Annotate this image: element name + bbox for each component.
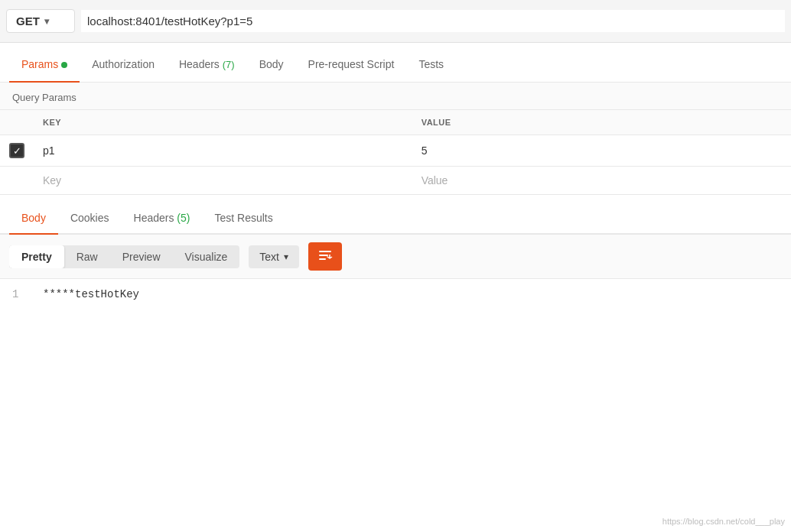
tab-prerequest-label: Pre-request Script bbox=[308, 58, 395, 70]
raw-button[interactable]: Raw bbox=[64, 245, 110, 268]
svg-rect-1 bbox=[319, 255, 328, 256]
table-row-empty: Key Value bbox=[0, 167, 791, 195]
method-chevron-icon: ▾ bbox=[44, 16, 49, 27]
tab-tests-label: Tests bbox=[418, 58, 444, 70]
svg-rect-2 bbox=[319, 258, 326, 260]
response-tab-body[interactable]: Body bbox=[9, 203, 58, 235]
response-tab-cookies-label: Cookies bbox=[70, 212, 109, 224]
watermark: https://blog.csdn.net/cold___play bbox=[662, 517, 785, 526]
col-header-value: VALUE bbox=[412, 110, 791, 135]
wrap-button[interactable] bbox=[308, 242, 342, 271]
method-select[interactable]: GET ▾ bbox=[6, 9, 75, 33]
params-dot-icon bbox=[61, 62, 67, 68]
tab-headers-label: Headers bbox=[179, 58, 223, 70]
section-query-params: Query Params bbox=[0, 83, 791, 110]
format-toolbar: Pretty Raw Preview Visualize Text ▾ bbox=[0, 235, 791, 279]
chevron-down-icon: ▾ bbox=[284, 251, 288, 262]
tab-body[interactable]: Body bbox=[247, 47, 296, 83]
headers-badge: (7) bbox=[223, 59, 235, 70]
empty-key-cell[interactable]: Key bbox=[34, 167, 412, 195]
wrap-icon bbox=[317, 248, 333, 265]
tab-body-label: Body bbox=[259, 58, 284, 70]
text-dropdown[interactable]: Text ▾ bbox=[249, 245, 299, 268]
params-table: KEY VALUE ✓ p1 5 Key Value bbox=[0, 110, 791, 195]
col-header-check bbox=[0, 110, 34, 135]
tab-tests[interactable]: Tests bbox=[406, 47, 456, 83]
tab-params[interactable]: Params bbox=[9, 47, 80, 83]
row-value-value: 5 bbox=[422, 144, 428, 157]
row-key-value: p1 bbox=[43, 144, 55, 157]
row-key-cell: p1 bbox=[34, 135, 412, 167]
code-output: 1 *****testHotKey bbox=[0, 279, 791, 310]
response-tabs: Body Cookies Headers (5) Test Results bbox=[0, 198, 791, 235]
response-tab-body-label: Body bbox=[21, 212, 46, 224]
url-bar: GET ▾ bbox=[0, 0, 791, 43]
table-row: ✓ p1 5 bbox=[0, 135, 791, 167]
row-checkbox[interactable]: ✓ bbox=[9, 143, 24, 158]
svg-rect-0 bbox=[319, 251, 331, 252]
response-tab-test-results[interactable]: Test Results bbox=[202, 203, 285, 235]
text-dropdown-label: Text bbox=[259, 251, 279, 263]
response-tab-cookies[interactable]: Cookies bbox=[58, 203, 122, 235]
tab-headers[interactable]: Headers (7) bbox=[167, 47, 247, 83]
code-line: 1 *****testHotKey bbox=[12, 288, 779, 300]
preview-button[interactable]: Preview bbox=[110, 245, 173, 268]
tab-authorization[interactable]: Authorization bbox=[80, 47, 167, 83]
format-group: Pretty Raw Preview Visualize bbox=[9, 245, 239, 268]
row-checkbox-cell: ✓ bbox=[0, 135, 34, 167]
response-tab-headers[interactable]: Headers (5) bbox=[122, 203, 203, 235]
tab-authorization-label: Authorization bbox=[92, 58, 155, 70]
request-tabs: Params Authorization Headers (7) Body Pr… bbox=[0, 43, 791, 83]
pretty-button[interactable]: Pretty bbox=[9, 245, 64, 268]
response-tab-headers-label: Headers bbox=[134, 212, 177, 224]
empty-checkbox-cell bbox=[0, 167, 34, 195]
tab-params-label: Params bbox=[21, 58, 58, 70]
response-tab-test-results-label: Test Results bbox=[214, 212, 272, 224]
response-headers-badge: (5) bbox=[177, 212, 190, 224]
row-value-cell: 5 bbox=[412, 135, 791, 167]
url-input[interactable] bbox=[81, 10, 785, 32]
query-params-label: Query Params bbox=[12, 92, 76, 103]
col-header-key: KEY bbox=[34, 110, 412, 135]
visualize-button[interactable]: Visualize bbox=[173, 245, 240, 268]
watermark-text: https://blog.csdn.net/cold___play bbox=[662, 517, 785, 526]
code-content: *****testHotKey bbox=[43, 288, 139, 300]
tab-prerequest[interactable]: Pre-request Script bbox=[296, 47, 407, 83]
checkmark-icon: ✓ bbox=[13, 146, 21, 156]
method-label: GET bbox=[16, 15, 40, 28]
line-number: 1 bbox=[12, 288, 28, 300]
empty-value-cell[interactable]: Value bbox=[412, 167, 791, 195]
